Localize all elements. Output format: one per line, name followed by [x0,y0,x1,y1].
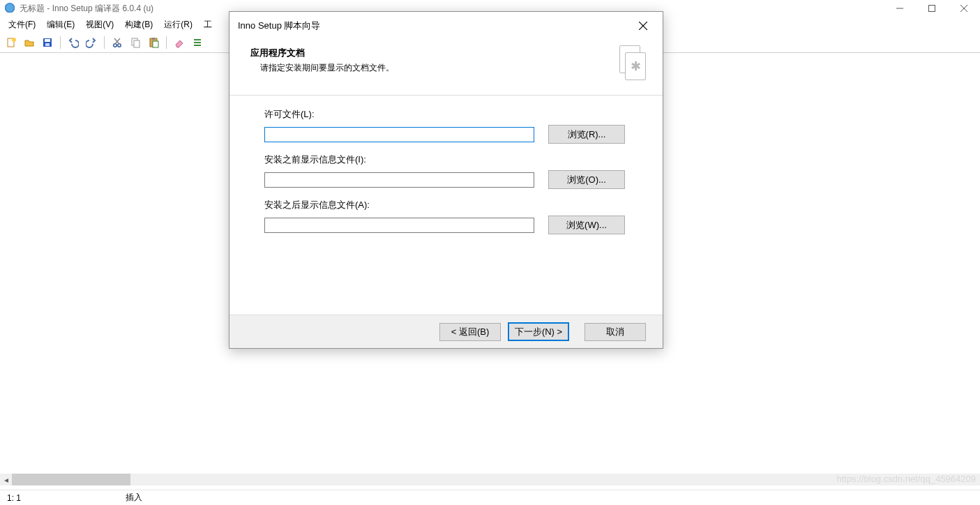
dialog-heading: 应用程序文档 [245,47,619,59]
dialog-titlebar: Inno Setup 脚本向导 [229,12,663,40]
license-file-input[interactable] [264,127,534,142]
menu-view[interactable]: 视图(V) [80,17,119,32]
window-controls [884,0,980,17]
window-title: 无标题 - Inno Setup 编译器 6.0.4 (u) [20,3,153,15]
infoafter-input[interactable] [264,218,534,233]
dialog-close-button[interactable] [632,16,654,36]
undo-icon[interactable] [65,34,82,51]
back-button[interactable]: < 返回(B) [439,323,501,341]
scrollbar-thumb[interactable] [12,474,130,485]
new-file-icon[interactable] [3,34,20,51]
menu-run[interactable]: 运行(R) [158,17,198,32]
browse-infoafter-button[interactable]: 浏览(W)... [548,216,625,234]
browse-infobefore-button[interactable]: 浏览(O)... [548,170,625,189]
toolbar-separator [104,36,105,49]
wizard-dialog: Inno Setup 脚本向导 应用程序文档 请指定安装期间要显示的文档文件。 … [229,11,663,349]
toolbar-separator [166,36,167,49]
dialog-subheading: 请指定安装期间要显示的文档文件。 [245,62,619,74]
infobefore-input[interactable] [264,172,534,188]
dialog-header: 应用程序文档 请指定安装期间要显示的文档文件。 ✱ [229,40,663,96]
open-folder-icon[interactable] [21,34,38,51]
svg-rect-7 [45,39,50,42]
svg-point-10 [118,43,121,46]
svg-line-12 [114,38,119,44]
license-file-label: 许可文件(L): [264,108,628,121]
minimize-button[interactable] [884,0,916,17]
status-cursor-position: 1: 1 [0,493,28,503]
svg-point-5 [12,38,16,42]
svg-line-11 [115,38,120,44]
svg-rect-8 [45,43,50,46]
copy-icon[interactable] [127,34,144,51]
svg-rect-16 [152,38,155,40]
svg-rect-1 [929,6,935,12]
infoafter-label: 安装之后显示信息文件(A): [264,199,628,211]
dialog-title: Inno Setup 脚本向导 [238,20,321,32]
svg-point-9 [114,43,116,46]
maximize-button[interactable] [916,0,948,17]
cut-icon[interactable] [109,34,126,51]
menu-tools-partial[interactable]: 工 [198,17,218,32]
infobefore-label: 安装之前显示信息文件(I): [264,153,628,166]
statusbar: 1: 1 插入 [0,490,980,505]
close-button[interactable] [948,0,980,17]
toolbar-separator [60,36,61,49]
app-icon [4,3,15,14]
browse-license-button[interactable]: 浏览(R)... [548,125,625,144]
eraser-icon[interactable] [171,34,188,51]
menu-edit[interactable]: 编辑(E) [41,17,80,32]
cancel-button[interactable]: 取消 [585,323,646,341]
scroll-left-arrow-icon[interactable]: ◂ [0,474,12,485]
redo-icon[interactable] [83,34,100,51]
save-icon[interactable] [39,34,56,51]
documents-icon: ✱ [619,45,647,83]
svg-rect-17 [153,41,158,47]
dialog-footer: < 返回(B) 下一步(N) > 取消 [229,315,663,348]
menu-file[interactable]: 文件(F) [3,17,41,32]
list-icon[interactable] [189,34,206,51]
watermark-text: https://blog.csdn.net/qq_45964209 [837,474,977,484]
svg-rect-14 [134,40,140,47]
horizontal-scrollbar[interactable]: ◂ [0,474,980,485]
dialog-body: 许可文件(L): 浏览(R)... 安装之前显示信息文件(I): 浏览(O)..… [229,96,663,315]
paste-icon[interactable] [145,34,162,51]
menu-build[interactable]: 构建(B) [119,17,158,32]
status-insert-mode: 插入 [119,492,149,504]
next-button[interactable]: 下一步(N) > [508,322,569,341]
